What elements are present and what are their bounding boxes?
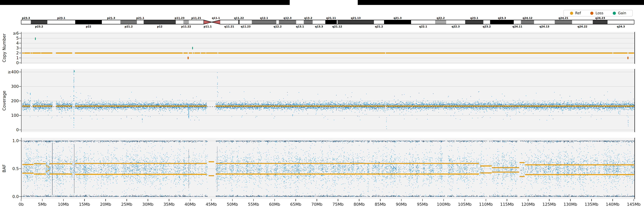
x-tick-label: 105Mb bbox=[453, 202, 477, 207]
y-tick-label: 4 bbox=[0, 41, 19, 46]
x-tick-mark bbox=[401, 199, 402, 201]
x-tick-label: 120Mb bbox=[516, 202, 540, 207]
x-tick-label: 60Mb bbox=[263, 202, 286, 207]
cytoband-label: p11.22 bbox=[181, 25, 191, 28]
cytoband-label: q12.1 bbox=[260, 17, 268, 20]
x-tick-label: 80Mb bbox=[347, 202, 371, 207]
x-tick-label: 55Mb bbox=[242, 202, 266, 207]
x-tick-mark bbox=[42, 199, 42, 201]
y-tick-label: 100 bbox=[0, 113, 19, 118]
y-tick-mark bbox=[19, 169, 21, 169]
legend-label-gain: Gain bbox=[618, 11, 626, 15]
cytoband-label: q24.22 bbox=[578, 25, 587, 28]
x-tick-mark bbox=[169, 199, 169, 201]
chromosome-ideogram: p23.3p23.2p23.1p22p21.3p21.2p21.1p12p11.… bbox=[0, 0, 644, 34]
y-tick-mark bbox=[19, 86, 21, 87]
x-tick-label: 5Mb bbox=[30, 202, 54, 207]
x-tick-mark bbox=[126, 199, 127, 201]
x-tick-label: 0b bbox=[9, 202, 33, 207]
cytoband-label: q24.13 bbox=[540, 25, 549, 28]
cnv-genome-viewer: Ref Loss Gain p23.3p23.2p23.1p22p21.3p21… bbox=[0, 0, 644, 212]
x-tick-label: 10Mb bbox=[52, 202, 75, 207]
y-tick-label: 200 bbox=[0, 98, 19, 103]
cytoband-label: q22.1 bbox=[419, 25, 427, 28]
legend-item-ref: Ref bbox=[570, 11, 581, 15]
x-tick-label: 100Mb bbox=[432, 202, 456, 207]
x-tick-label: 125Mb bbox=[538, 202, 561, 207]
baf-plot-canvas bbox=[22, 138, 634, 199]
x-tick-mark bbox=[486, 199, 486, 201]
coverage-plot-canvas bbox=[22, 69, 634, 132]
cytoband-label: q12.3 bbox=[284, 17, 292, 20]
y-tick-label: 2 bbox=[0, 50, 19, 56]
cytoband-label: q11.22 bbox=[234, 17, 244, 20]
legend-label-ref: Ref bbox=[575, 11, 581, 15]
cytoband-label: q23.2 bbox=[483, 25, 491, 28]
x-tick-mark bbox=[296, 199, 296, 201]
legend: Ref Loss Gain bbox=[564, 10, 633, 17]
x-tick-label: 75Mb bbox=[326, 202, 350, 207]
cytoband-label: q13.1 bbox=[296, 25, 304, 28]
x-tick-mark bbox=[317, 199, 317, 201]
x-tick-mark bbox=[63, 199, 64, 201]
y-tick-label: ≥6 bbox=[0, 31, 19, 36]
y-tick-label: 0.5 bbox=[0, 166, 19, 171]
y-tick-mark bbox=[19, 141, 21, 141]
y-tick-mark bbox=[19, 48, 21, 48]
y-tick-mark bbox=[19, 58, 21, 58]
y-tick-label: 3 bbox=[0, 46, 19, 51]
x-tick-mark bbox=[464, 199, 465, 201]
x-tick-label: 50Mb bbox=[220, 202, 244, 207]
cytoband-label: q24.12 bbox=[522, 17, 532, 20]
y-tick-label: 0 bbox=[0, 127, 19, 132]
y-tick-mark bbox=[19, 38, 21, 39]
coverage-panel bbox=[21, 69, 635, 132]
x-tick-mark bbox=[106, 199, 106, 201]
x-tick-mark bbox=[274, 199, 275, 201]
x-tick-label: 95Mb bbox=[410, 202, 434, 207]
cytoband-label: q23.1 bbox=[470, 17, 478, 20]
x-tick-label: 140Mb bbox=[601, 202, 624, 207]
cytoband-label: p23.2 bbox=[35, 25, 43, 28]
y-tick-mark bbox=[19, 196, 21, 197]
x-tick-mark bbox=[528, 199, 528, 201]
cytoband-label: q21.12 bbox=[332, 25, 342, 28]
y-tick-mark bbox=[19, 33, 21, 34]
gain-color-dot bbox=[613, 12, 616, 15]
cytoband-label: q23.3 bbox=[498, 17, 506, 20]
x-tick-label: 45Mb bbox=[199, 202, 223, 207]
x-tick-label: 115Mb bbox=[495, 202, 519, 207]
cytoband-label: q24.11 bbox=[512, 25, 522, 28]
y-tick-label: 0 bbox=[0, 60, 19, 65]
screen-top-bar-right bbox=[358, 0, 644, 5]
cytoband-label: q22.3 bbox=[452, 25, 460, 28]
screen-top-bar-left bbox=[0, 0, 290, 5]
legend-label-loss: Loss bbox=[596, 11, 603, 15]
cytoband-label: q24.23 bbox=[595, 17, 605, 20]
cytoband-label: q13.2 bbox=[304, 17, 312, 20]
copy-number-panel bbox=[21, 32, 635, 64]
cytoband-label: p11.1 bbox=[204, 25, 212, 28]
x-tick-mark bbox=[148, 199, 148, 201]
cytoband-label: p12 bbox=[157, 25, 162, 28]
x-tick-label: 65Mb bbox=[284, 202, 308, 207]
y-tick-mark bbox=[19, 130, 21, 130]
cytoband-label: p21.1 bbox=[136, 17, 144, 20]
cytoband-label: p23.3 bbox=[22, 17, 30, 20]
x-tick-mark bbox=[84, 199, 85, 201]
x-tick-mark bbox=[570, 199, 570, 201]
y-tick-mark bbox=[19, 115, 21, 116]
x-tick-mark bbox=[232, 199, 233, 201]
cytoband-label: q12.2 bbox=[274, 25, 282, 28]
cytoband-label: q21.3 bbox=[394, 17, 402, 20]
cytoband-label: q13.3 bbox=[315, 25, 323, 28]
x-tick-mark bbox=[549, 199, 550, 201]
ref-color-dot bbox=[570, 12, 573, 15]
x-tick-label: 130Mb bbox=[558, 202, 582, 207]
cytoband-label: q11.21 bbox=[224, 25, 234, 28]
cytoband-label: p21.3 bbox=[107, 17, 115, 20]
cytoband-label: q24.21 bbox=[558, 17, 568, 20]
x-tick-mark bbox=[359, 199, 359, 201]
x-tick-label: 70Mb bbox=[305, 202, 329, 207]
loss-color-dot bbox=[590, 12, 594, 15]
